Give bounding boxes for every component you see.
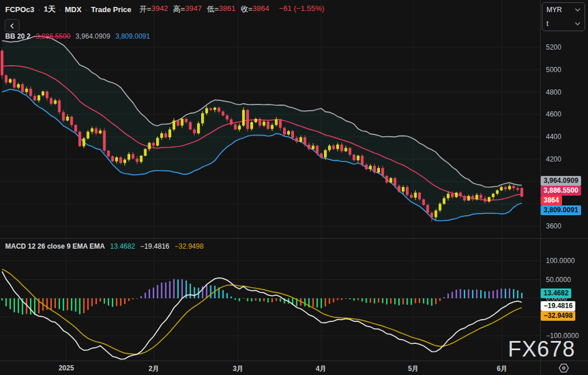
macd-hist-bar <box>133 298 134 299</box>
macd-hist-bar <box>357 298 359 300</box>
candle-body <box>336 145 339 149</box>
macd-hist-bar <box>345 298 346 299</box>
macd-hist-bar <box>431 298 432 306</box>
candle-body <box>517 188 519 190</box>
settings-hexagon-icon[interactable] <box>559 363 569 373</box>
macd-hist-bar <box>472 290 473 298</box>
macd-hist-bar <box>83 298 84 313</box>
macd-hist-bar <box>280 298 281 302</box>
candle-body <box>222 111 225 115</box>
macd-hist-bar <box>14 298 15 312</box>
month-label: 2025 <box>49 364 84 372</box>
candle-body <box>213 108 216 110</box>
separator: · <box>85 5 87 14</box>
unit-select[interactable]: t <box>542 17 585 31</box>
macd-indicator-row[interactable]: MACD 12 26 close 9 EMA EMA 13.4682 −19.4… <box>5 242 203 250</box>
macd-hist-bar <box>67 298 68 310</box>
macd-hist-bar <box>55 298 56 308</box>
macd-hist-bar <box>96 298 97 304</box>
currency-value: MYR <box>546 6 562 14</box>
macd-hist-bar <box>239 298 240 301</box>
macd-hist-bar <box>116 298 117 306</box>
macd-hist-bar <box>406 298 408 305</box>
pane-divider[interactable] <box>0 238 588 239</box>
candle-body <box>152 143 155 146</box>
macd-hist-bar <box>267 298 269 302</box>
macd-hist-bar <box>402 298 404 305</box>
candle-body <box>66 117 69 121</box>
macd-hist-bar <box>227 293 228 298</box>
macd-hist-bar <box>451 292 453 298</box>
candle-body <box>431 213 434 217</box>
watermark: FX678 <box>508 337 575 362</box>
candle-body <box>357 156 360 160</box>
open-value: 3942 <box>151 4 168 14</box>
macd-title: MACD 12 26 close 9 EMA EMA <box>5 242 105 250</box>
macd-hist-bar <box>341 298 342 300</box>
chart-canvas[interactable] <box>0 0 540 375</box>
macd-hist-bar <box>10 298 11 309</box>
macd-hist-bar <box>251 298 252 301</box>
macd-hist-bar <box>145 292 146 298</box>
candle-body <box>508 186 511 189</box>
macd-hist-bar <box>509 288 510 298</box>
candle-body <box>168 129 171 137</box>
candle-body <box>46 92 48 99</box>
interval-label[interactable]: 1天 <box>44 4 55 14</box>
bb-indicator-row[interactable]: BB 20 2 3,886.5500 3,964.0909 3,809.0091 <box>5 32 150 40</box>
candle-body <box>328 146 331 151</box>
macd-hist-bar <box>178 280 179 298</box>
price-tick-label: 3600 <box>546 222 561 231</box>
macd-hist-bar <box>517 290 518 298</box>
candle-body <box>86 132 89 138</box>
candle-body <box>418 193 421 200</box>
macd-hist-bar <box>464 290 465 298</box>
candle-body <box>25 89 28 92</box>
exchange-label: MDX <box>65 5 82 14</box>
currency-select[interactable]: MYR <box>542 3 585 17</box>
macd-hist-bar <box>235 298 236 300</box>
macd-hist-bar <box>414 298 416 303</box>
price-tick-label: 4600 <box>546 110 561 119</box>
price-tick-label: 5200 <box>546 43 561 52</box>
back-button[interactable] <box>5 19 20 32</box>
macd-hist-bar <box>149 289 150 298</box>
macd-hist-bar <box>231 297 232 298</box>
candle-body <box>283 128 286 135</box>
candle-body <box>205 108 208 114</box>
macd-hist-bar <box>439 298 440 301</box>
candle-body <box>468 196 470 201</box>
candle-body <box>119 158 122 163</box>
candle-body <box>226 115 229 119</box>
macd-hist-bar <box>513 289 514 298</box>
macd-hist-bar <box>137 298 138 299</box>
candle-body <box>279 119 282 128</box>
candle-body <box>58 100 61 112</box>
macd-signal-badge: −32.9498 <box>541 311 575 321</box>
macd-hist-bar <box>325 298 326 306</box>
symbol-name[interactable]: FCPOc3 <box>5 5 35 14</box>
ohlc-values: 开=3942 高=3947 低=3861 收=3864 −61 (−1.55%) <box>140 4 325 14</box>
bb-lower-badge: 3,809.0091 <box>541 205 581 215</box>
candle-body <box>254 119 257 122</box>
price-tick-label: 5000 <box>546 65 561 74</box>
candle-body <box>287 131 290 134</box>
close-label: 收= <box>240 4 252 14</box>
candle-body <box>361 156 364 165</box>
price-tick-label: 4800 <box>546 88 561 97</box>
macd-hist-bar <box>460 289 461 298</box>
candle-body <box>275 119 278 125</box>
macd-hist-bar <box>370 298 371 303</box>
candle-body <box>345 148 348 151</box>
candle-body <box>459 193 462 196</box>
candle-body <box>414 193 417 198</box>
candle-body <box>144 149 147 156</box>
macd-hist-bar <box>423 298 424 303</box>
candle-body <box>95 128 97 133</box>
candle-body <box>394 178 397 186</box>
macd-hist-bar <box>394 298 395 305</box>
candle-body <box>439 204 442 211</box>
chevron-down-icon <box>575 8 581 12</box>
macd-hist-bar <box>247 298 248 301</box>
macd-hist-bar <box>92 298 93 306</box>
